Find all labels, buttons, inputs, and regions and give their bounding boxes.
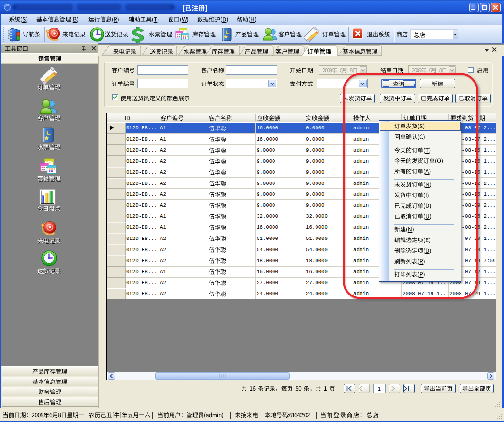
svg-text:1: 1 [378, 386, 381, 392]
